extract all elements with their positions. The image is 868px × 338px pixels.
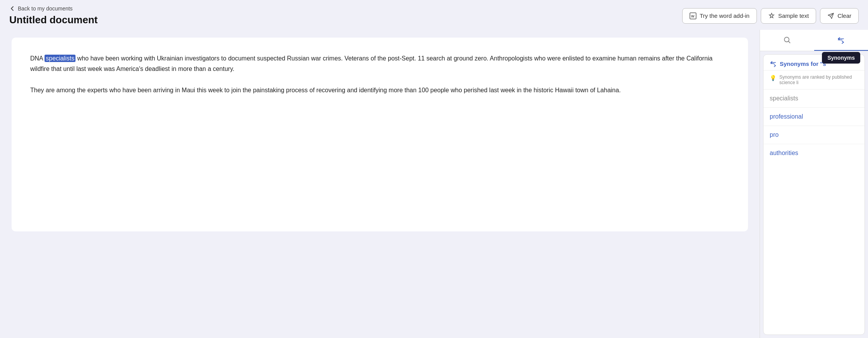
synonyms-info-text: Synonyms are ranked by published science… — [779, 74, 858, 85]
synonym-word-professional: professional — [770, 113, 803, 120]
word-addon-button[interactable]: W Try the word add-in — [682, 8, 757, 24]
synonyms-icon — [837, 36, 845, 44]
paragraph-1: DNA specialists who have been working wi… — [30, 53, 729, 74]
paragraph-2: They are among the experts who have been… — [30, 85, 729, 95]
magnifier-icon — [783, 36, 791, 44]
synonym-item-authorities[interactable]: authorities — [763, 144, 865, 162]
synonyms-tooltip: Synonyms — [822, 52, 860, 64]
synonym-item-specialists[interactable]: specialists — [763, 90, 865, 108]
arrow-left-icon — [9, 5, 15, 12]
para1-before: DNA — [30, 55, 45, 62]
sample-text-button[interactable]: Sample text — [761, 8, 816, 24]
synonyms-info: 💡 Synonyms are ranked by published scien… — [763, 71, 865, 90]
sample-text-label: Sample text — [778, 12, 809, 19]
header: Back to my documents Untitled document W… — [0, 0, 868, 30]
synonym-word-pro: pro — [770, 131, 779, 138]
tooltip-text: Synonyms — [827, 55, 855, 61]
svg-point-2 — [784, 37, 789, 42]
highlighted-word[interactable]: specialists — [45, 55, 75, 62]
synonyms-header-icon — [770, 60, 777, 67]
back-link-label: Back to my documents — [18, 5, 73, 12]
para1-after: who have been working with Ukrainian inv… — [30, 55, 712, 72]
synonym-item-professional[interactable]: professional — [763, 108, 865, 126]
doc-area: DNA specialists who have been working wi… — [0, 30, 760, 338]
header-left: Back to my documents Untitled document — [9, 5, 98, 26]
word-addon-label: Try the word add-in — [700, 12, 750, 19]
back-link[interactable]: Back to my documents — [9, 5, 98, 12]
search-tab-button[interactable] — [760, 30, 814, 51]
document-title: Untitled document — [9, 14, 98, 26]
star-icon — [768, 12, 775, 19]
send-icon — [827, 12, 834, 19]
synonym-word-specialists: specialists — [770, 95, 798, 102]
clear-label: Clear — [837, 12, 851, 19]
synonym-item-pro[interactable]: pro — [763, 126, 865, 144]
synonym-word-authorities: authorities — [770, 150, 798, 156]
synonyms-tab-button[interactable] — [814, 30, 868, 51]
doc-paper: DNA specialists who have been working wi… — [12, 38, 748, 231]
synonyms-for-label: Synonyms for "s — [780, 60, 826, 67]
svg-text:W: W — [691, 14, 695, 18]
para2-text: They are among the experts who have been… — [30, 87, 621, 93]
clear-button[interactable]: Clear — [820, 8, 859, 24]
header-buttons: W Try the word add-in Sample text Clear — [682, 8, 859, 24]
right-sidebar: Synonyms Synonyms for "s 💡 Synonyms are … — [760, 30, 868, 338]
info-bulb-icon: 💡 — [770, 75, 776, 81]
main-layout: DNA specialists who have been working wi… — [0, 30, 868, 338]
synonyms-panel: Synonyms for "s 💡 Synonyms are ranked by… — [763, 54, 865, 335]
sidebar-icon-bar — [760, 30, 868, 51]
word-icon: W — [690, 12, 696, 19]
